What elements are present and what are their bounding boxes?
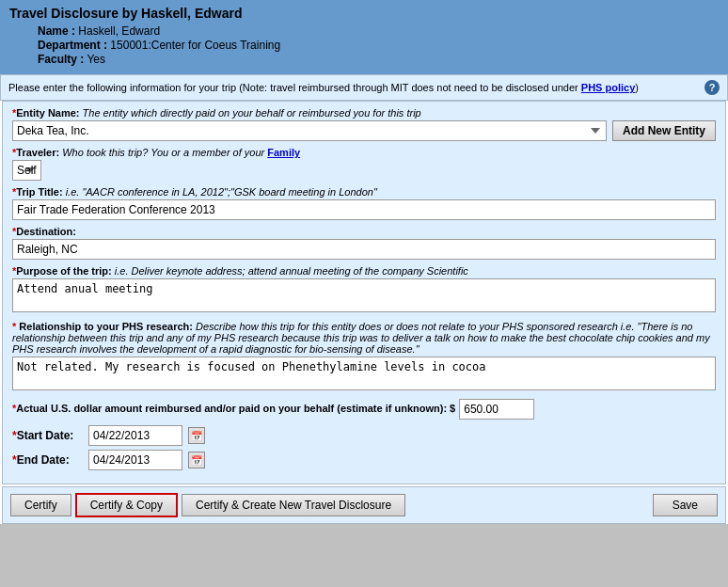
phs-label: * Relationship to your PHS research: Des…: [12, 321, 716, 355]
header: Travel Disclosure by Haskell, Edward Nam…: [0, 0, 728, 74]
trip-title-input[interactable]: [12, 199, 716, 220]
end-date-calendar-icon[interactable]: 📅: [188, 452, 205, 468]
page-title: Travel Disclosure by Haskell, Edward: [9, 6, 719, 21]
start-date-calendar-icon[interactable]: 📅: [188, 427, 205, 444]
certify-create-button[interactable]: Certify & Create New Travel Disclosure: [182, 494, 405, 516]
certify-copy-button[interactable]: Certify & Copy: [75, 493, 178, 517]
help-icon[interactable]: ?: [704, 80, 720, 95]
faculty-row: Faculty : Yes: [38, 53, 719, 66]
start-date-label: *Start Date:: [12, 429, 83, 442]
dollar-input-row: *Actual U.S. dollar amount reimbursed an…: [12, 399, 716, 420]
save-button[interactable]: Save: [653, 494, 718, 516]
notice-text: Please enter the following information f…: [8, 82, 639, 93]
trip-title-row: *Trip Title: i.e. "AACR conference in LA…: [12, 186, 716, 220]
end-date-input[interactable]: [88, 450, 182, 470]
certify-button[interactable]: Certify: [10, 494, 71, 516]
entity-select[interactable]: Deka Tea, Inc.: [12, 120, 607, 141]
dept-value: 150001:Center for Coeus Training: [110, 39, 280, 52]
name-value: Haskell, Edward: [78, 24, 160, 38]
purpose-label: *Purpose of the trip: i.e. Deliver keyno…: [12, 265, 716, 277]
traveler-label: *Traveler: Who took this trip? You or a …: [12, 147, 716, 158]
dollar-row: *Actual U.S. dollar amount reimbursed an…: [12, 399, 716, 420]
start-date-row: *Start Date: 📅: [12, 425, 716, 446]
entity-name-row: *Entity Name: The entity which directly …: [12, 107, 716, 141]
purpose-row: *Purpose of the trip: i.e. Deliver keyno…: [12, 265, 716, 315]
traveler-select[interactable]: Self: [12, 160, 41, 181]
phs-textarea[interactable]: Not related. My research is focused on P…: [12, 357, 716, 390]
dollar-input[interactable]: [459, 399, 534, 420]
entity-label: *Entity Name: The entity which directly …: [12, 107, 716, 119]
faculty-label: Faculty :: [38, 53, 84, 66]
traveler-row: *Traveler: Who took this trip? You or a …: [12, 147, 716, 181]
start-date-input[interactable]: [88, 425, 182, 446]
entity-input-row: Deka Tea, Inc. Add New Entity: [12, 120, 716, 141]
purpose-textarea[interactable]: Attend anual meeting: [12, 278, 716, 312]
add-entity-button[interactable]: Add New Entity: [612, 120, 716, 141]
form-area: *Entity Name: The entity which directly …: [2, 101, 726, 484]
footer-bar: Certify Certify & Copy Certify & Create …: [2, 486, 726, 524]
end-date-label: *End Date:: [12, 453, 83, 467]
dept-row: Department : 150001:Center for Coeus Tra…: [38, 39, 719, 52]
phs-row: * Relationship to your PHS research: Des…: [12, 321, 716, 393]
name-label: Name :: [38, 24, 75, 38]
destination-label: *Destination:: [12, 226, 716, 237]
name-row: Name : Haskell, Edward: [38, 24, 719, 38]
trip-title-label: *Trip Title: i.e. "AACR conference in LA…: [12, 186, 716, 198]
end-date-row: *End Date: 📅: [12, 450, 716, 470]
destination-row: *Destination:: [12, 226, 716, 260]
family-link[interactable]: Family: [267, 147, 300, 158]
dept-label: Department :: [38, 39, 107, 52]
dollar-label: *Actual U.S. dollar amount reimbursed an…: [12, 403, 455, 414]
header-info: Name : Haskell, Edward Department : 1500…: [38, 24, 719, 66]
notice-bar: Please enter the following information f…: [0, 74, 728, 101]
faculty-value: Yes: [87, 53, 105, 66]
destination-input[interactable]: [12, 239, 716, 260]
phs-policy-link[interactable]: PHS policy: [581, 82, 635, 93]
